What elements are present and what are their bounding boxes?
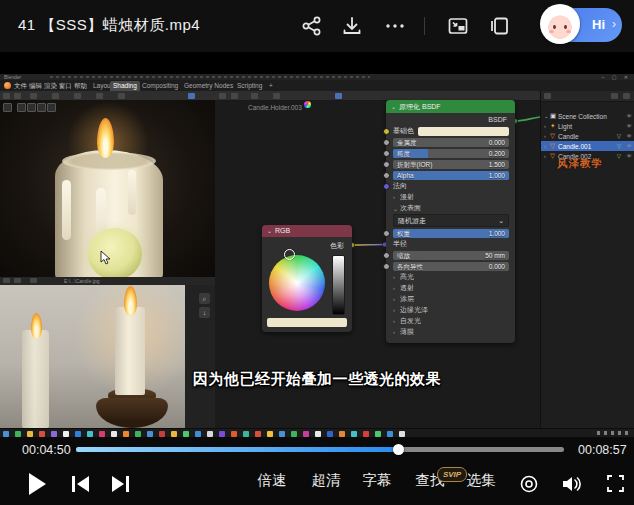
bsdf-output-label: BSDF (488, 116, 507, 123)
toolbar-icon (30, 93, 37, 99)
toolbar-icon (251, 93, 258, 99)
subsurface-panel-row: ⌄次表面 (393, 203, 509, 213)
taskbar-app-icon (207, 431, 213, 437)
progress-fill (76, 447, 398, 452)
picture-in-picture-icon[interactable] (447, 15, 469, 37)
zoom-tool-icon: ⌕ (199, 293, 210, 304)
toolbar-icon (74, 93, 81, 99)
outliner-header (541, 91, 634, 102)
socket-icon (383, 230, 390, 237)
value-slider (332, 255, 345, 315)
play-icon[interactable] (28, 473, 46, 495)
avatar-cheek (549, 30, 554, 33)
player-top-bar: 41 【SSS】蜡烛材质.mp4 (0, 0, 634, 52)
base-color-row: 基础色 (393, 126, 509, 136)
fullscreen-icon[interactable] (607, 475, 624, 492)
base-color-label: 基础色 (393, 126, 414, 136)
alpha-row: Alpha1.000 (393, 170, 509, 180)
progress-track[interactable] (76, 447, 564, 452)
search-icon (611, 93, 618, 99)
eye-icon: 👁 (627, 143, 633, 149)
overlay-icon (17, 103, 26, 112)
socket-icon (383, 139, 390, 146)
thin-film-panel-row: ›薄膜 (393, 327, 509, 337)
recorded-taskbar (0, 428, 634, 437)
collapse-icon: ⌄ (393, 205, 400, 212)
next-icon[interactable] (112, 476, 129, 492)
volume-icon[interactable] (563, 475, 582, 493)
taskbar-app-icon (339, 431, 345, 437)
outliner-row-candle: ›▽Candle▽👁 (541, 131, 634, 141)
shading-mode-icon (188, 93, 195, 99)
current-time: 00:04:50 (22, 443, 71, 457)
render-preview (0, 100, 215, 277)
bsdf-node-title: 原理化 BSDF (399, 103, 441, 110)
taskbar-app-icon (267, 431, 273, 437)
roughness-row: 糙度0.200 (393, 148, 509, 158)
reference-photo (0, 285, 185, 428)
socket-icon (383, 183, 390, 190)
taskbar-app-icon (3, 431, 9, 437)
episodes-button[interactable]: 选集 (467, 471, 496, 490)
mesh-icon: ▽ (550, 132, 558, 140)
subsurface-method-dropdown: 随机游走⌄ (393, 214, 509, 227)
rgb-node-title: RGB (275, 227, 290, 234)
outliner-row-candle-001: ›▽Candle.001▽👁 (541, 141, 634, 151)
course-watermark: 风泽教学 (557, 157, 603, 171)
socket-icon (383, 172, 390, 179)
color-wheel (269, 255, 325, 311)
previous-icon[interactable] (72, 476, 89, 492)
taskbar-app-icon (39, 431, 45, 437)
taskbar-app-icon (63, 431, 69, 437)
taskbar-app-icon (147, 431, 153, 437)
quality-button[interactable]: 超清 (312, 471, 341, 490)
principled-bsdf-node: ⌄原理化 BSDF BSDF 基础色 金属度0.000 糙度0.200 折射率(… (386, 100, 515, 343)
subtitle-button[interactable]: 字幕 (363, 471, 392, 490)
toolbar-icon (3, 278, 10, 283)
image-editor-side-strip: ⌕ ↓ (185, 285, 215, 428)
overlay-icon (3, 103, 12, 112)
mesh-icon: ▽ (550, 142, 558, 150)
menu-render: 渲染 (44, 80, 57, 91)
mini-window-icon[interactable] (489, 15, 511, 37)
avatar[interactable] (540, 4, 580, 44)
avatar-cheek (566, 30, 571, 33)
material-breadcrumb: Candle.Holder.003 (248, 104, 302, 111)
material-preview-ball-icon (304, 101, 311, 108)
share-icon[interactable] (301, 15, 323, 37)
coat-panel-row: ›涂层 (393, 294, 509, 304)
radius-row: 半径 (393, 239, 509, 249)
taskbar-app-icon (315, 431, 321, 437)
collapse-icon: ⌄ (391, 104, 396, 110)
taskbar-app-icon (231, 431, 237, 437)
taskbar-app-icon (195, 431, 201, 437)
transmission-panel-row: ›透射 (393, 283, 509, 293)
taskbar-app-icon (303, 431, 309, 437)
photo-flame-left (31, 313, 42, 339)
video-frame[interactable]: Blender – ▢ ✕ 文件 编辑 渲染 窗口 帮助 Layout Shad… (0, 52, 634, 437)
rgb-color-swatch (267, 318, 347, 327)
rgb-node: ⌄RGB 色彩 (262, 225, 352, 332)
speed-button[interactable]: 倍速 (258, 471, 287, 490)
taskbar-app-icon (99, 431, 105, 437)
taskbar-app-icon (387, 431, 393, 437)
taskbar-app-icon (351, 431, 357, 437)
sss-sample-sphere (88, 228, 142, 277)
outliner-row-collection: ⌄▣Scene Collection👁 (541, 111, 634, 121)
toolbar-icon (14, 278, 21, 283)
download-icon[interactable] (341, 15, 363, 37)
toolbar-icon (3, 93, 10, 99)
tab-compositing: Compositing (139, 81, 181, 91)
chevron-right-icon[interactable]: › (612, 17, 616, 31)
toolbar-icon (14, 93, 21, 99)
svip-badge: SVIP (437, 467, 467, 482)
taskbar-app-icon (159, 431, 165, 437)
more-options-icon[interactable] (384, 15, 406, 37)
expand-icon: › (393, 194, 400, 200)
topbar-divider (424, 17, 425, 35)
avatar-greeting[interactable]: Hi (592, 17, 605, 32)
progress-knob[interactable] (393, 444, 404, 455)
filter-icon (544, 93, 551, 99)
focus-mode-icon[interactable] (520, 475, 538, 493)
color-wheel-marker (284, 249, 295, 260)
